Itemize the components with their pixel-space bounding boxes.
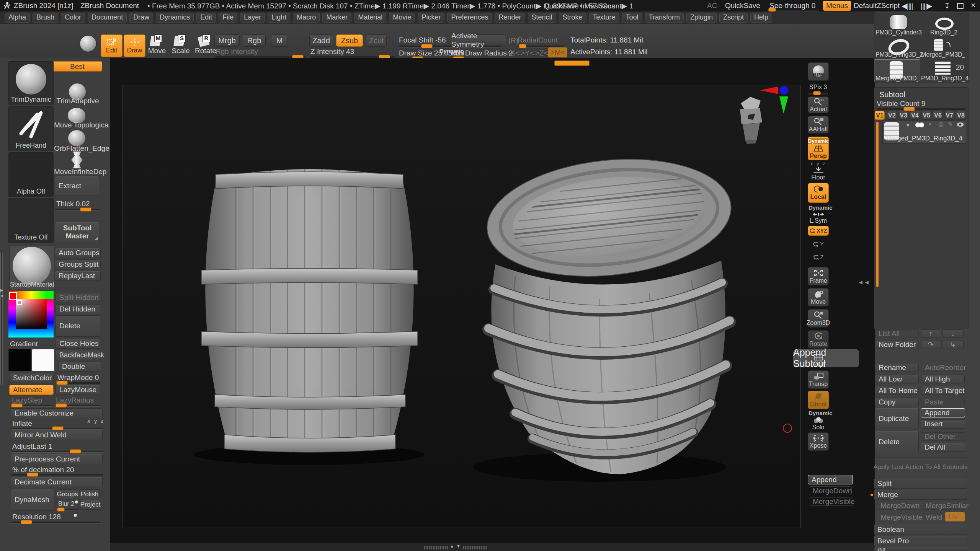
restore-icon[interactable] xyxy=(957,3,964,9)
quicksave-button[interactable]: QuickSave xyxy=(725,2,760,10)
vtab-2[interactable]: V2 xyxy=(887,111,897,120)
uv-button[interactable]: Uv xyxy=(945,512,965,522)
tool-barrel-icon[interactable] xyxy=(934,39,943,51)
subtool-item[interactable]: ▾ ◐ ◎ ✎ Merged_PM3D_Ring3D_4 xyxy=(882,121,966,143)
menu-light[interactable]: Light xyxy=(268,13,290,23)
see-through-slider[interactable] xyxy=(768,10,819,11)
preview-sphere-icon[interactable] xyxy=(80,35,96,52)
color-picker[interactable] xyxy=(8,291,54,337)
vtab-4[interactable]: V4 xyxy=(910,111,920,120)
vtab-3[interactable]: V3 xyxy=(898,111,908,120)
tool-ring-icon[interactable] xyxy=(935,18,954,30)
dynamesh-button[interactable]: DynaMesh xyxy=(11,489,54,510)
menu-dynamics[interactable]: Dynamics xyxy=(156,13,194,23)
auto-reorder-button[interactable]: AutoReorder xyxy=(921,363,965,372)
thick-slider[interactable] xyxy=(55,209,100,210)
subtool-intersect-icon[interactable]: ◎ xyxy=(938,121,944,128)
del-hidden-button[interactable]: Del Hidden xyxy=(56,304,100,314)
subtool-moon-icon[interactable]: ◐ xyxy=(929,121,933,127)
xpose-button[interactable]: Xpose xyxy=(808,432,829,451)
minimize-icon[interactable]: ↧ xyxy=(944,2,950,10)
aahalf-button[interactable]: AAHalf xyxy=(808,116,829,134)
rotate-view-button[interactable]: Rotate xyxy=(808,330,829,349)
gradient-label[interactable]: Gradient xyxy=(10,340,38,348)
rotate-xyz-button[interactable]: XYZ xyxy=(808,226,829,236)
replay-last-button[interactable]: ReplayLast xyxy=(55,271,101,281)
menu-alpha[interactable]: Alpha xyxy=(5,13,30,23)
dynamesh-groups-button[interactable]: Groups xyxy=(57,489,78,499)
transp-button[interactable]: Transp xyxy=(808,370,829,389)
tray-down-icon[interactable]: ▼ xyxy=(456,544,461,548)
mrgb-button[interactable]: Mrgb xyxy=(214,34,240,47)
left-tray-divider[interactable] xyxy=(0,253,3,385)
boolean-section-header[interactable]: Boolean xyxy=(874,525,967,535)
align-section-header-cut[interactable]: Ali xyxy=(874,548,967,551)
lazy-radius-slider[interactable] xyxy=(55,405,100,406)
del-all-button[interactable]: Del All xyxy=(921,443,965,452)
all-to-home-button[interactable]: All To Home xyxy=(875,386,919,395)
menu-picker[interactable]: Picker xyxy=(418,13,444,23)
texture-slot[interactable]: Texture Off xyxy=(8,198,54,243)
menu-file[interactable]: File xyxy=(219,13,237,23)
rotate-y-button[interactable]: Y xyxy=(808,239,829,249)
new-folder-button[interactable]: New Folder xyxy=(875,340,919,349)
tool-rings-stack-icon[interactable] xyxy=(935,60,951,75)
menu-document[interactable]: Document xyxy=(88,13,127,23)
menu-material[interactable]: Material xyxy=(354,13,386,23)
merge-down-button[interactable]: MergeDown xyxy=(877,502,917,510)
subtool-scrollbar[interactable] xyxy=(876,122,879,287)
menu-zscript[interactable]: Zscript xyxy=(719,13,748,23)
menu-preferences[interactable]: Preferences xyxy=(447,13,492,23)
menu-color[interactable]: Color xyxy=(61,13,85,23)
menu-stroke[interactable]: Stroke xyxy=(559,13,586,23)
decimate-current-button[interactable]: Decimate Current xyxy=(11,477,103,487)
inflate-slider[interactable] xyxy=(11,428,103,429)
spix-slider[interactable] xyxy=(808,93,828,94)
lsym-button[interactable]: L.Sym xyxy=(808,211,829,224)
insert-button[interactable]: Insert xyxy=(921,419,965,429)
brush-trimdynamic[interactable]: TrimDynamic xyxy=(8,61,54,105)
draw-button[interactable]: Draw xyxy=(124,34,145,57)
tray-up-icon[interactable]: ▲ xyxy=(450,544,454,548)
stroke-freehand[interactable]: FreeHand xyxy=(8,106,54,151)
subtool-header[interactable]: Subtool xyxy=(879,90,905,99)
tool-curve-icon[interactable] xyxy=(945,41,952,48)
tray-collapse2-icon[interactable]: ◀ xyxy=(865,279,869,285)
split-section-header[interactable]: Split xyxy=(874,479,967,489)
pct-decimation-slider[interactable] xyxy=(11,474,103,476)
merge-section-header[interactable]: Merge xyxy=(874,490,967,500)
move-out-button[interactable]: ↷ xyxy=(921,340,940,349)
double-button[interactable]: Double xyxy=(58,362,101,372)
paste-button[interactable]: Paste xyxy=(921,398,965,406)
zadd-button[interactable]: Zadd xyxy=(309,34,333,47)
edit-button[interactable]: Edit xyxy=(101,34,122,57)
merge-similar-button[interactable]: MergeSimilar xyxy=(922,502,965,510)
extract-button[interactable]: Extract xyxy=(55,176,99,196)
frame-button[interactable]: Frame xyxy=(808,267,829,285)
inflate-xyz-icon[interactable]: x y z xyxy=(87,418,105,424)
rgb-button[interactable]: Rgb xyxy=(243,34,266,47)
vtab-7[interactable]: V7 xyxy=(944,111,954,120)
lazy-step-slider[interactable] xyxy=(11,405,52,406)
z-intensity-slider[interactable] xyxy=(310,56,395,58)
solo-button[interactable]: Solo xyxy=(808,416,829,431)
bpr-button[interactable]: BPR xyxy=(808,62,829,81)
rgb-intensity-slider[interactable] xyxy=(216,56,305,58)
menu-render[interactable]: Render xyxy=(495,13,525,23)
tray-collapse-icon[interactable]: ◀ xyxy=(859,279,862,285)
zsub-button[interactable]: Zsub xyxy=(336,34,363,47)
all-low-button[interactable]: All Low xyxy=(875,375,919,383)
material-slot[interactable]: StartupMaterial xyxy=(10,246,54,290)
switch-color-button[interactable]: SwitchColor xyxy=(9,373,54,383)
history-back-icon[interactable]: ◀|||| xyxy=(902,2,913,10)
menu-texture[interactable]: Texture xyxy=(589,13,619,23)
floor-button[interactable]: Floor xyxy=(808,166,829,181)
menu-transform[interactable]: Transform xyxy=(645,13,684,23)
vtab-6[interactable]: V6 xyxy=(933,111,943,120)
backface-mask-button[interactable]: BackfaceMask xyxy=(56,350,100,360)
menu-brush[interactable]: Brush xyxy=(33,13,58,23)
sym-y-button[interactable]: >Y< xyxy=(521,49,534,57)
brush-orbflatten-icon[interactable] xyxy=(68,130,85,146)
list-all-button[interactable]: List All xyxy=(875,329,919,338)
m-button[interactable]: M xyxy=(271,34,288,47)
